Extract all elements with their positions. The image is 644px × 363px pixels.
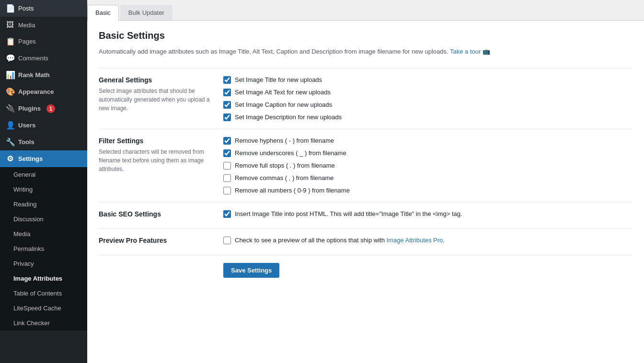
tab-basic[interactable]: Basic: [87, 5, 119, 21]
label-remove-hyphens[interactable]: Remove hyphens ( - ) from filename: [235, 137, 334, 144]
take-a-tour-link[interactable]: Take a tour: [450, 48, 481, 55]
preview-pro-settings-label: Preview Pro Features: [99, 237, 223, 247]
checkbox-remove-commas-row: Remove commas ( , ) from filename: [223, 174, 632, 182]
general-settings-row: General Settings Select image attributes…: [99, 68, 632, 129]
filter-settings-controls: Remove hyphens ( - ) from filename Remov…: [223, 137, 632, 194]
posts-icon: 📄: [6, 4, 14, 13]
checkbox-remove-underscores[interactable]: [223, 149, 231, 157]
checkbox-preview-pro[interactable]: [223, 237, 231, 244]
tab-bulk-updater[interactable]: Bulk Updater: [120, 5, 172, 20]
sidebar-item-settings[interactable]: ⚙ Settings: [0, 150, 87, 167]
checkbox-remove-numbers[interactable]: [223, 187, 231, 194]
label-preview-pro[interactable]: Check to see a preview of all the option…: [235, 237, 445, 244]
seo-settings-label: Basic SEO Settings: [99, 210, 223, 221]
pages-icon: 📋: [6, 37, 14, 46]
seo-settings-row: Basic SEO Settings Insert Image Title in…: [99, 202, 632, 228]
checkbox-remove-fullstops-row: Remove full stops ( . ) from filename: [223, 162, 632, 170]
sidebar-item-discussion[interactable]: Discussion: [0, 212, 87, 227]
sidebar: 📄 Posts 🖼 Media 📋 Pages 💬 Comments 📊 Ran…: [0, 0, 87, 363]
general-settings-controls: Set Image Title for new uploads Set Imag…: [223, 76, 632, 121]
label-remove-commas[interactable]: Remove commas ( , ) from filename: [235, 174, 334, 182]
sidebar-item-pages[interactable]: 📋 Pages: [0, 33, 87, 50]
settings-icon: ⚙: [6, 154, 14, 163]
sidebar-item-comments[interactable]: 💬 Comments: [0, 50, 87, 67]
checkbox-remove-hyphens[interactable]: [223, 137, 231, 145]
checkbox-set-caption-row: Set Image Caption for new uploads: [223, 101, 632, 109]
checkbox-set-alt-row: Set Image Alt Text for new uploads: [223, 89, 632, 96]
label-set-description[interactable]: Set Image Description for new uploads: [235, 113, 342, 121]
comments-icon: 💬: [6, 54, 14, 63]
checkbox-set-alt[interactable]: [223, 89, 231, 96]
page-description: Automatically add image attributes such …: [99, 47, 632, 57]
sidebar-item-privacy[interactable]: Privacy: [0, 256, 87, 271]
sidebar-item-table-of-contents[interactable]: Table of Contents: [0, 286, 87, 301]
checkbox-remove-numbers-row: Remove all numbers ( 0-9 ) from filename: [223, 187, 632, 194]
label-remove-numbers[interactable]: Remove all numbers ( 0-9 ) from filename: [235, 187, 350, 194]
filter-settings-row: Filter Settings Selected characters will…: [99, 129, 632, 202]
sidebar-item-rank-math[interactable]: 📊 Rank Math: [0, 67, 87, 83]
label-remove-fullstops[interactable]: Remove full stops ( . ) from filename: [235, 162, 335, 169]
sidebar-item-writing[interactable]: Writing: [0, 182, 87, 197]
preview-pro-settings-row: Preview Pro Features Check to see a prev…: [99, 228, 632, 255]
checkbox-remove-fullstops[interactable]: [223, 162, 231, 170]
media-icon: 🖼: [6, 21, 14, 29]
sidebar-item-media[interactable]: Media: [0, 227, 87, 241]
sidebar-item-users[interactable]: 👤 Users: [0, 117, 87, 134]
checkbox-remove-commas[interactable]: [223, 174, 231, 182]
plugins-icon: 🔌: [6, 104, 14, 113]
save-settings-controls: Save Settings: [223, 263, 632, 278]
checkbox-preview-pro-row: Check to see a preview of all the option…: [223, 237, 632, 244]
page-title: Basic Settings: [99, 30, 632, 41]
users-icon: 👤: [6, 121, 14, 130]
page-content: Basic Settings Automatically add image a…: [87, 21, 644, 295]
checkbox-remove-hyphens-row: Remove hyphens ( - ) from filename: [223, 137, 632, 145]
sidebar-item-plugins[interactable]: 🔌 Plugins 1: [0, 100, 87, 117]
settings-submenu: General Writing Reading Discussion Media…: [0, 167, 87, 330]
seo-settings-controls: Insert Image Title into post HTML. This …: [223, 210, 632, 221]
main-content: Basic Bulk Updater Basic Settings Automa…: [87, 0, 644, 363]
sidebar-item-media[interactable]: 🖼 Media: [0, 17, 87, 33]
image-attributes-pro-link[interactable]: Image Attributes Pro: [387, 237, 443, 244]
label-set-title[interactable]: Set Image Title for new uploads: [235, 76, 322, 83]
tabs-bar: Basic Bulk Updater: [87, 0, 644, 21]
label-insert-title-html[interactable]: Insert Image Title into post HTML. This …: [235, 210, 462, 217]
save-settings-label: [99, 263, 223, 278]
sidebar-item-general[interactable]: General: [0, 167, 87, 182]
save-settings-row: Save Settings: [99, 255, 632, 285]
checkbox-insert-title-html[interactable]: [223, 210, 231, 218]
sidebar-item-tools[interactable]: 🔧 Tools: [0, 134, 87, 150]
checkbox-set-description-row: Set Image Description for new uploads: [223, 113, 632, 121]
rank-math-icon: 📊: [6, 70, 14, 79]
label-remove-underscores[interactable]: Remove underscores ( _ ) from filename: [235, 149, 346, 157]
sidebar-item-posts[interactable]: 📄 Posts: [0, 0, 87, 17]
content-wrap: Basic Settings Automatically add image a…: [87, 21, 644, 363]
label-set-alt[interactable]: Set Image Alt Text for new uploads: [235, 89, 331, 96]
preview-pro-settings-controls: Check to see a preview of all the option…: [223, 237, 632, 247]
checkbox-set-caption[interactable]: [223, 101, 231, 109]
sidebar-item-reading[interactable]: Reading: [0, 197, 87, 212]
general-settings-label: General Settings Select image attributes…: [99, 76, 223, 121]
tools-icon: 🔧: [6, 137, 14, 147]
checkbox-set-title[interactable]: [223, 76, 231, 84]
label-set-caption[interactable]: Set Image Caption for new uploads: [235, 101, 332, 108]
save-settings-button[interactable]: Save Settings: [223, 263, 279, 278]
checkbox-remove-underscores-row: Remove underscores ( _ ) from filename: [223, 149, 632, 157]
appearance-icon: 🎨: [6, 87, 14, 96]
checkbox-insert-title-html-row: Insert Image Title into post HTML. This …: [223, 210, 632, 218]
sidebar-item-permalinks[interactable]: Permalinks: [0, 241, 87, 256]
filter-settings-label: Filter Settings Selected characters will…: [99, 137, 223, 194]
checkbox-set-description[interactable]: [223, 113, 231, 121]
sidebar-item-litespeed-cache[interactable]: LiteSpeed Cache: [0, 301, 87, 316]
sidebar-item-appearance[interactable]: 🎨 Appearance: [0, 83, 87, 100]
checkbox-set-title-row: Set Image Title for new uploads: [223, 76, 632, 84]
sidebar-item-image-attributes[interactable]: Image Attributes: [0, 271, 87, 286]
plugins-badge: 1: [46, 104, 55, 113]
sidebar-item-link-checker[interactable]: Link Checker: [0, 316, 87, 330]
tv-icon: 📺: [483, 48, 490, 55]
